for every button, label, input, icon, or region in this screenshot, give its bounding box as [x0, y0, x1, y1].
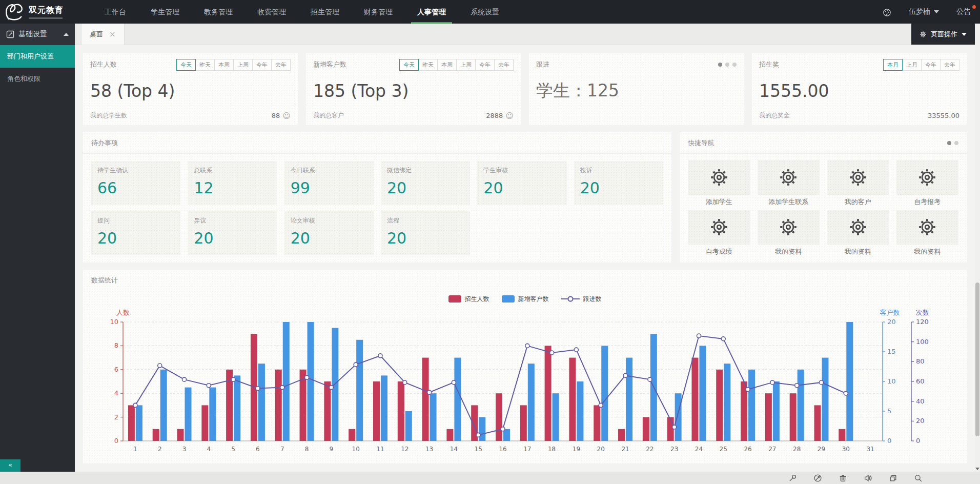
page-action-button[interactable]: 页面操作: [911, 24, 975, 45]
svg-text:9: 9: [330, 446, 334, 453]
stat-footer-value: 88☺: [272, 111, 291, 120]
volume-icon[interactable]: [864, 474, 872, 482]
filter-button-1[interactable]: 昨天: [418, 59, 438, 71]
quick-nav-item-3[interactable]: 自考报考: [896, 160, 959, 207]
stat-card-header: 招生奖本月上月今年去年: [752, 53, 967, 76]
user-menu[interactable]: 伍梦楠: [909, 7, 939, 16]
quick-nav-item-4[interactable]: 自考成绩: [688, 210, 750, 256]
todo-tile-7[interactable]: 异议20: [188, 211, 277, 255]
todo-tile-1[interactable]: 总联系12: [188, 161, 277, 205]
quick-nav-label: 我的资料: [896, 247, 959, 256]
topnav-item-1[interactable]: 学生管理: [138, 0, 192, 24]
carousel-dot-2[interactable]: [732, 63, 737, 67]
todo-tile-value: 20: [291, 229, 368, 247]
tab-desktop[interactable]: 桌面 ×: [81, 24, 125, 45]
tab-close-icon[interactable]: ×: [109, 30, 116, 39]
todo-tile-4[interactable]: 学生审核20: [477, 161, 566, 205]
filter-button-3[interactable]: 上周: [456, 59, 476, 71]
todo-tile-2[interactable]: 今日联系99: [284, 161, 374, 205]
user-name: 伍梦楠: [909, 7, 930, 16]
svg-text:30: 30: [842, 446, 850, 453]
filter-button-1[interactable]: 昨天: [195, 59, 215, 71]
svg-text:人数: 人数: [116, 309, 130, 316]
filter-button-0[interactable]: 今天: [176, 59, 196, 71]
quick-nav-item-2[interactable]: 我的客户: [827, 160, 889, 207]
svg-text:29: 29: [818, 446, 825, 453]
svg-text:21: 21: [621, 446, 629, 453]
filter-button-0[interactable]: 本月: [883, 59, 903, 71]
filter-button-5[interactable]: 去年: [494, 59, 514, 71]
todo-tile-label: 提问: [97, 216, 174, 225]
statusbar: [0, 472, 980, 484]
compass-icon[interactable]: [813, 474, 822, 482]
filter-button-1[interactable]: 上月: [902, 59, 922, 71]
todo-tile-label: 论文审核: [291, 216, 368, 225]
todo-tile-0[interactable]: 待学生确认66: [91, 161, 180, 205]
pin-icon[interactable]: [788, 474, 797, 482]
sidebar-item-1[interactable]: 角色和权限: [0, 68, 75, 90]
todo-tile-value: 20: [194, 229, 271, 247]
quick-nav-item-6[interactable]: 我的资料: [827, 210, 889, 256]
quick-nav-item-1[interactable]: 添加学生联系: [758, 160, 820, 207]
trash-icon[interactable]: [839, 474, 847, 482]
stat-footer-number: 33555.00: [928, 112, 959, 119]
quick-nav-item-0[interactable]: 添加学生: [688, 160, 750, 207]
announcements-link[interactable]: 公告: [956, 7, 971, 16]
filter-button-2[interactable]: 本周: [437, 59, 457, 71]
sidebar-group-basic-settings[interactable]: 基础设置: [0, 24, 75, 45]
legend-line-swatch: [561, 295, 580, 302]
svg-text:19: 19: [573, 446, 580, 453]
todo-tile-value: 99: [291, 179, 368, 197]
svg-text:10: 10: [887, 377, 896, 385]
quick-nav-label: 我的资料: [827, 247, 889, 256]
filter-button-3[interactable]: 去年: [940, 59, 959, 71]
legend-item-0[interactable]: 招生人数: [448, 295, 489, 304]
filter-button-2[interactable]: 本周: [214, 59, 234, 71]
topnav-item-5[interactable]: 财务管理: [352, 0, 405, 24]
todo-tile-value: 20: [483, 179, 560, 197]
svg-text:4: 4: [207, 446, 211, 453]
legend-label: 跟进数: [583, 295, 602, 304]
quick-carousel-dot-1[interactable]: [954, 141, 958, 145]
svg-text:3: 3: [182, 446, 187, 453]
quick-nav-item-5[interactable]: 我的资料: [758, 210, 820, 256]
filter-button-2[interactable]: 今年: [921, 59, 941, 71]
filter-button-0[interactable]: 今天: [399, 59, 419, 71]
topnav-item-3[interactable]: 收费管理: [245, 0, 298, 24]
topnav-item-2[interactable]: 教务管理: [192, 0, 245, 24]
filter-button-3[interactable]: 上周: [233, 59, 253, 71]
topnav-item-6[interactable]: 人事管理: [405, 0, 458, 24]
todo-tile-label: 今日联系: [291, 166, 368, 175]
sidebar-item-0[interactable]: 部门和用户设置: [0, 45, 75, 68]
filter-button-5[interactable]: 去年: [271, 59, 291, 71]
todo-tile-8[interactable]: 论文审核20: [284, 211, 374, 255]
scrollbar-down-arrow[interactable]: [975, 468, 980, 470]
filter-button-4[interactable]: 今年: [252, 59, 272, 71]
stat-card-title: 跟进: [536, 60, 549, 69]
topnav-item-0[interactable]: 工作台: [92, 0, 138, 24]
filter-button-4[interactable]: 今年: [475, 59, 495, 71]
todo-tile-9[interactable]: 流程20: [381, 211, 470, 255]
legend-item-2[interactable]: 跟进数: [561, 295, 602, 304]
windows-icon[interactable]: [889, 474, 897, 482]
todo-tile-3[interactable]: 微信绑定20: [381, 161, 470, 205]
carousel-dot-1[interactable]: [725, 63, 729, 67]
carousel-dot-0[interactable]: [718, 63, 722, 67]
todo-tile-5[interactable]: 投诉20: [574, 161, 663, 205]
vertical-scrollbar[interactable]: [975, 24, 980, 472]
topnav-item-7[interactable]: 系统设置: [458, 0, 512, 24]
legend-swatch: [448, 295, 461, 302]
search-icon[interactable]: [914, 474, 923, 482]
svg-text:18: 18: [548, 446, 556, 453]
quick-nav-item-7[interactable]: 我的资料: [896, 210, 959, 256]
topnav-item-4[interactable]: 招生管理: [298, 0, 352, 24]
quick-carousel-dot-0[interactable]: [947, 141, 951, 145]
gear-icon: [779, 168, 798, 187]
stat-card-value: 学生：125: [529, 76, 744, 106]
theme-palette-icon[interactable]: [883, 8, 891, 16]
legend-item-1[interactable]: 新增客户数: [502, 295, 549, 304]
quick-nav-label: 添加学生: [688, 197, 750, 207]
todo-tile-6[interactable]: 提问20: [91, 211, 180, 255]
sidebar-collapse-button[interactable]: «: [0, 459, 21, 472]
scrollbar-thumb[interactable]: [975, 283, 979, 436]
